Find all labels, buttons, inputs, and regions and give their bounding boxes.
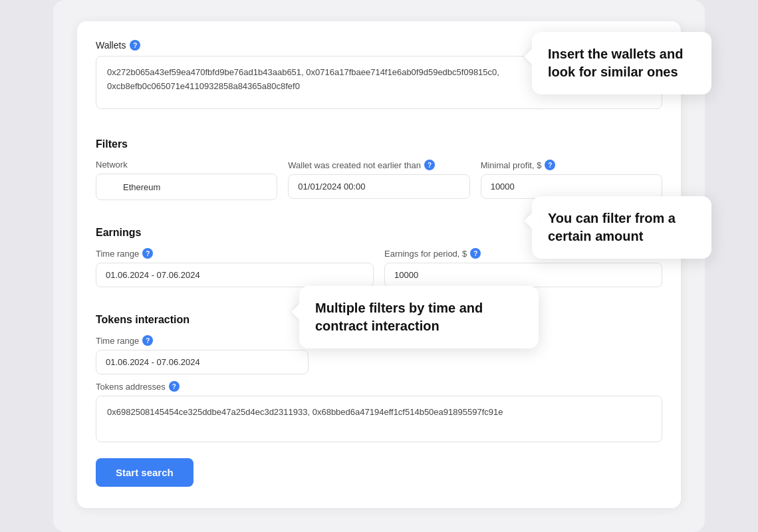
filters-heading: Filters (96, 138, 662, 150)
network-group: Network Ethereum (96, 160, 277, 200)
tooltip-tokens: Multiple filters by time and contract in… (299, 286, 539, 348)
wallets-label-text: Wallets (96, 40, 126, 51)
earnings-timerange-help-icon[interactable]: ? (142, 248, 153, 259)
earnings-period-help-icon[interactable]: ? (470, 248, 481, 259)
svg-marker-1 (112, 183, 115, 188)
svg-marker-2 (109, 183, 112, 188)
tooltip-wallets-text: Insert the wallets and look for similar … (548, 47, 683, 79)
network-input[interactable]: Ethereum (96, 174, 277, 200)
earnings-period-input[interactable] (384, 263, 662, 287)
tooltip-filter: You can filter from a certain amount (532, 196, 711, 259)
network-value: Ethereum (123, 182, 160, 192)
minimal-profit-input[interactable] (481, 174, 662, 199)
tokens-addresses-input[interactable] (96, 396, 662, 442)
earnings-timerange-group: Time range ? (96, 248, 374, 287)
earnings-timerange-input[interactable] (96, 263, 374, 287)
tokens-addresses-label: Tokens addresses ? (96, 381, 662, 392)
wallet-created-input[interactable] (288, 174, 469, 199)
tokens-timerange-help-icon[interactable]: ? (142, 335, 153, 346)
start-search-button[interactable]: Start search (96, 458, 193, 487)
tooltip-tokens-text: Multiple filters by time and contract in… (315, 301, 483, 333)
filters-row: Network Ethereum Wallet was created not … (96, 160, 662, 200)
minimal-profit-help-icon[interactable]: ? (545, 160, 555, 170)
wallet-created-group: Wallet was created not earlier than ? (288, 160, 469, 200)
tooltip-filter-text: You can filter from a certain amount (548, 211, 676, 243)
ethereum-icon (106, 181, 118, 193)
minimal-profit-group: Minimal profit, $ ? (481, 160, 662, 200)
wallet-created-help-icon[interactable]: ? (424, 160, 435, 170)
wallets-help-icon[interactable]: ? (130, 40, 140, 51)
tooltip-wallets: Insert the wallets and look for similar … (532, 32, 711, 94)
earnings-timerange-label: Time range ? (96, 248, 374, 259)
wallet-created-label: Wallet was created not earlier than ? (288, 160, 469, 170)
page-container: Wallets ? Filters Network (53, 0, 705, 532)
tokens-addresses-help-icon[interactable]: ? (169, 381, 180, 392)
tokens-timerange-input[interactable] (96, 350, 309, 374)
minimal-profit-label: Minimal profit, $ ? (481, 160, 662, 170)
tokens-addresses-group: Tokens addresses ? (96, 381, 662, 442)
network-label: Network (96, 160, 277, 170)
